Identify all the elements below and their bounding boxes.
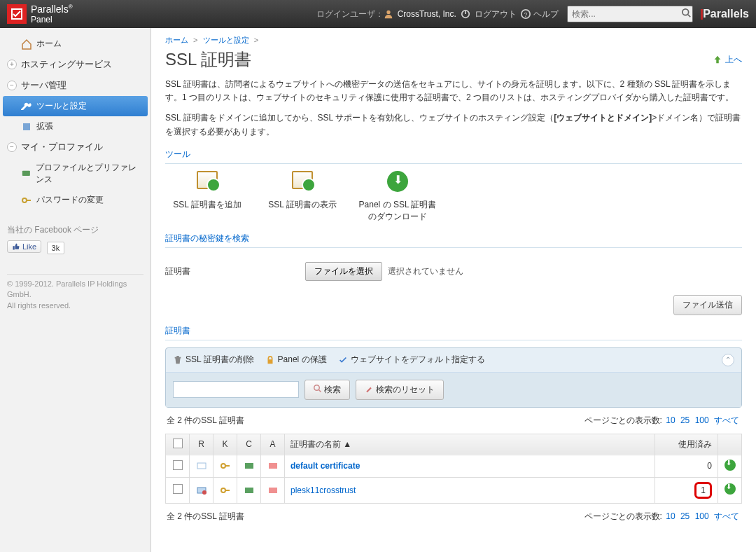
row-checkbox[interactable] xyxy=(173,484,183,494)
fb-like-button[interactable]: Like xyxy=(7,240,41,253)
nav-password[interactable]: パスワードの変更 xyxy=(0,190,150,210)
cert-file-label: 証明書 xyxy=(165,265,305,277)
section-certs: 証明書 xyxy=(165,325,742,340)
up-link[interactable]: 上へ xyxy=(713,54,742,66)
puzzle-icon xyxy=(21,121,32,132)
fb-title: 当社の Facebook ページ xyxy=(7,224,144,236)
tool-add-cert[interactable]: SSL 証明書を追加 xyxy=(165,171,249,223)
up-icon xyxy=(713,55,722,64)
crumb-home[interactable]: ホーム xyxy=(165,36,188,44)
a-icon xyxy=(267,460,279,471)
logout-link[interactable]: ログアウト xyxy=(475,8,517,20)
page-size-100[interactable]: 100 xyxy=(695,415,709,425)
page-size-10[interactable]: 10 xyxy=(666,511,675,521)
table-row: plesk11crosstrust 1 xyxy=(166,477,742,503)
svg-line-7 xyxy=(688,14,691,17)
download-icon[interactable] xyxy=(724,460,736,471)
cert-list-box: SSL 証明書の削除 Panel の保護 ウェブサイトをデフォルト指定する ⌃ … xyxy=(165,347,742,408)
a-icon xyxy=(267,485,279,496)
login-label: ログインユーザ： xyxy=(316,8,384,20)
c-icon xyxy=(244,485,255,496)
search-input[interactable] xyxy=(568,9,681,19)
r-icon xyxy=(196,460,207,471)
col-k[interactable]: K xyxy=(214,434,237,455)
nav-home[interactable]: ホーム xyxy=(0,34,150,54)
list-reset-button[interactable]: 検索のリセット xyxy=(356,380,443,400)
help-icon: ? xyxy=(521,9,531,19)
file-submit-button[interactable]: ファイル送信 xyxy=(673,295,742,315)
svg-rect-25 xyxy=(269,488,277,493)
brush-icon xyxy=(365,385,373,393)
used-count: 0 xyxy=(655,455,718,477)
row-checkbox[interactable] xyxy=(173,460,183,470)
breadcrumb: ホーム > ツールと設定 > xyxy=(165,35,742,46)
expand-icon: + xyxy=(7,60,17,69)
section-key-search: 証明書の秘密鍵を検索 xyxy=(165,233,742,248)
logo-text: Parallels® Panel xyxy=(31,4,73,24)
crumb-tools[interactable]: ツールと設定 xyxy=(203,36,249,44)
nav-preferences[interactable]: プロファイルとプリファレンス xyxy=(0,158,150,190)
page-size-all[interactable]: すべて xyxy=(714,511,739,521)
svg-rect-19 xyxy=(269,463,277,469)
page-size-25[interactable]: 25 xyxy=(680,511,690,521)
svg-rect-24 xyxy=(245,488,253,493)
page-size-100[interactable]: 100 xyxy=(695,511,709,521)
help-link[interactable]: ヘルプ xyxy=(533,8,559,20)
col-r[interactable]: R xyxy=(190,434,214,455)
nav-hosting[interactable]: + ホスティングサービス xyxy=(0,54,150,75)
svg-rect-9 xyxy=(22,171,30,176)
description-1: SSL 証明書は、訪問者によるウェブサイトへの機密データの送信をセキュアにし、サ… xyxy=(165,78,742,104)
certificate-show-icon xyxy=(292,171,313,189)
sidebar: ホーム + ホスティングサービス − サーバ管理 ツールと設定 拡張 − マイ・… xyxy=(0,28,151,552)
tool-download-cert[interactable]: Panel の SSL 証明書のダウンロード xyxy=(356,171,440,223)
nav-extend[interactable]: 拡張 xyxy=(0,116,150,137)
page-size-all[interactable]: すべて xyxy=(714,415,739,425)
svg-line-14 xyxy=(319,389,321,392)
act-protect[interactable]: Panel の保護 xyxy=(265,354,327,366)
user-icon xyxy=(384,9,393,19)
cert-name-link[interactable]: default certificate xyxy=(290,461,360,471)
file-status: 選択されていません xyxy=(388,265,463,277)
select-all-checkbox[interactable] xyxy=(173,439,183,448)
act-delete[interactable]: SSL 証明書の削除 xyxy=(173,354,254,366)
page-title: SSL 証明書 xyxy=(165,48,251,71)
svg-point-22 xyxy=(221,488,225,492)
list-search-input[interactable] xyxy=(173,381,299,398)
top-header: Parallels® Panel ログインユーザ： CrossTrust, In… xyxy=(0,0,756,28)
collapse-toggle[interactable]: ⌃ xyxy=(722,354,734,366)
nav-profile[interactable]: − マイ・プロファイル xyxy=(0,137,150,158)
power-icon xyxy=(461,9,470,19)
col-name[interactable]: 証明書の名前 ▲ xyxy=(285,434,655,455)
count-text-bottom: 全 2 件のSSL 証明書 xyxy=(167,511,244,523)
search-box[interactable] xyxy=(567,6,693,22)
cert-name-link[interactable]: plesk11crosstrust xyxy=(290,485,356,495)
nav-tools-settings[interactable]: ツールと設定 xyxy=(3,96,148,116)
key-icon xyxy=(220,485,231,496)
download-icon xyxy=(387,171,408,192)
page-size-25[interactable]: 25 xyxy=(680,415,690,425)
current-user[interactable]: CrossTrust, Inc. xyxy=(398,9,456,19)
search-icon[interactable] xyxy=(681,8,692,20)
col-a[interactable]: A xyxy=(261,434,285,455)
choose-file-button[interactable]: ファイルを選択 xyxy=(305,262,382,281)
page-size-10[interactable]: 10 xyxy=(666,415,675,425)
list-search-button[interactable]: 検索 xyxy=(304,380,350,400)
svg-point-16 xyxy=(221,464,225,468)
tool-show-cert[interactable]: SSL 証明書の表示 xyxy=(260,171,344,223)
nav-server[interactable]: − サーバ管理 xyxy=(0,75,150,96)
svg-point-1 xyxy=(386,11,390,14)
svg-point-13 xyxy=(314,385,320,391)
svg-rect-15 xyxy=(197,463,206,469)
key-icon xyxy=(21,195,32,206)
collapse-icon: − xyxy=(7,142,17,152)
col-c[interactable]: C xyxy=(237,434,261,455)
download-icon[interactable] xyxy=(724,483,736,495)
main-content: ホーム > ツールと設定 > SSL 証明書 上へ SSL 証明書は、訪問者によ… xyxy=(151,28,756,552)
col-used[interactable]: 使用済み xyxy=(655,434,718,455)
facebook-box: 当社の Facebook ページ Like 3k xyxy=(7,224,144,253)
svg-rect-12 xyxy=(267,359,272,364)
pager-top: ページごとの表示数: 10 25 100 すべて xyxy=(584,415,741,427)
act-default[interactable]: ウェブサイトをデフォルト指定する xyxy=(338,354,485,366)
table-row: default certificate 0 xyxy=(166,455,742,477)
copyright: © 1999-2012. Parallels IP Holdings GmbH.… xyxy=(7,274,144,311)
